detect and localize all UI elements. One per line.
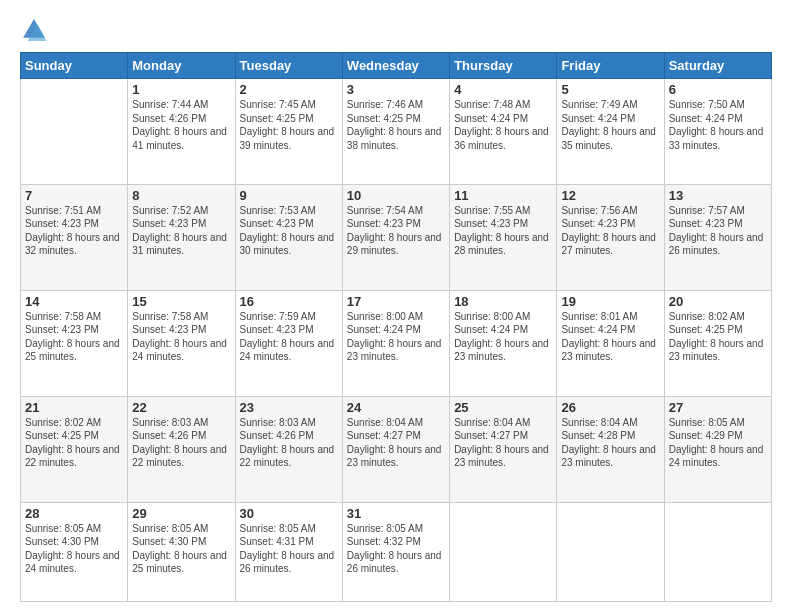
calendar-cell: 14Sunrise: 7:58 AMSunset: 4:23 PMDayligh… bbox=[21, 290, 128, 396]
cell-day-number: 7 bbox=[25, 188, 123, 203]
cell-day-number: 29 bbox=[132, 506, 230, 521]
cell-info: Sunrise: 8:02 AMSunset: 4:25 PMDaylight:… bbox=[25, 416, 123, 470]
cell-info: Sunrise: 7:56 AMSunset: 4:23 PMDaylight:… bbox=[561, 204, 659, 258]
cell-info: Sunrise: 7:57 AMSunset: 4:23 PMDaylight:… bbox=[669, 204, 767, 258]
header bbox=[20, 16, 772, 44]
cell-info: Sunrise: 8:01 AMSunset: 4:24 PMDaylight:… bbox=[561, 310, 659, 364]
calendar-cell: 29Sunrise: 8:05 AMSunset: 4:30 PMDayligh… bbox=[128, 502, 235, 601]
cell-day-number: 13 bbox=[669, 188, 767, 203]
cell-day-number: 25 bbox=[454, 400, 552, 415]
cell-day-number: 28 bbox=[25, 506, 123, 521]
cell-info: Sunrise: 8:05 AMSunset: 4:29 PMDaylight:… bbox=[669, 416, 767, 470]
calendar-cell: 18Sunrise: 8:00 AMSunset: 4:24 PMDayligh… bbox=[450, 290, 557, 396]
cell-info: Sunrise: 7:46 AMSunset: 4:25 PMDaylight:… bbox=[347, 98, 445, 152]
calendar-cell bbox=[557, 502, 664, 601]
calendar-cell: 17Sunrise: 8:00 AMSunset: 4:24 PMDayligh… bbox=[342, 290, 449, 396]
cell-info: Sunrise: 7:52 AMSunset: 4:23 PMDaylight:… bbox=[132, 204, 230, 258]
cell-day-number: 31 bbox=[347, 506, 445, 521]
calendar-table: SundayMondayTuesdayWednesdayThursdayFrid… bbox=[20, 52, 772, 602]
cell-info: Sunrise: 8:00 AMSunset: 4:24 PMDaylight:… bbox=[347, 310, 445, 364]
cell-day-number: 9 bbox=[240, 188, 338, 203]
cell-day-number: 8 bbox=[132, 188, 230, 203]
calendar-cell bbox=[450, 502, 557, 601]
cell-day-number: 21 bbox=[25, 400, 123, 415]
cell-info: Sunrise: 7:51 AMSunset: 4:23 PMDaylight:… bbox=[25, 204, 123, 258]
calendar-cell: 15Sunrise: 7:58 AMSunset: 4:23 PMDayligh… bbox=[128, 290, 235, 396]
cell-day-number: 19 bbox=[561, 294, 659, 309]
cell-info: Sunrise: 8:04 AMSunset: 4:28 PMDaylight:… bbox=[561, 416, 659, 470]
page: SundayMondayTuesdayWednesdayThursdayFrid… bbox=[0, 0, 792, 612]
calendar-cell: 30Sunrise: 8:05 AMSunset: 4:31 PMDayligh… bbox=[235, 502, 342, 601]
calendar-cell: 28Sunrise: 8:05 AMSunset: 4:30 PMDayligh… bbox=[21, 502, 128, 601]
cell-day-number: 26 bbox=[561, 400, 659, 415]
calendar-cell: 4Sunrise: 7:48 AMSunset: 4:24 PMDaylight… bbox=[450, 79, 557, 185]
cell-day-number: 20 bbox=[669, 294, 767, 309]
weekday-monday: Monday bbox=[128, 53, 235, 79]
weekday-friday: Friday bbox=[557, 53, 664, 79]
calendar-cell: 5Sunrise: 7:49 AMSunset: 4:24 PMDaylight… bbox=[557, 79, 664, 185]
cell-day-number: 4 bbox=[454, 82, 552, 97]
logo-icon bbox=[20, 16, 48, 44]
cell-info: Sunrise: 7:58 AMSunset: 4:23 PMDaylight:… bbox=[132, 310, 230, 364]
calendar-cell: 10Sunrise: 7:54 AMSunset: 4:23 PMDayligh… bbox=[342, 184, 449, 290]
calendar-cell: 22Sunrise: 8:03 AMSunset: 4:26 PMDayligh… bbox=[128, 396, 235, 502]
calendar-cell: 20Sunrise: 8:02 AMSunset: 4:25 PMDayligh… bbox=[664, 290, 771, 396]
weekday-thursday: Thursday bbox=[450, 53, 557, 79]
cell-info: Sunrise: 7:54 AMSunset: 4:23 PMDaylight:… bbox=[347, 204, 445, 258]
calendar-row-4: 28Sunrise: 8:05 AMSunset: 4:30 PMDayligh… bbox=[21, 502, 772, 601]
cell-day-number: 14 bbox=[25, 294, 123, 309]
calendar-cell: 16Sunrise: 7:59 AMSunset: 4:23 PMDayligh… bbox=[235, 290, 342, 396]
calendar-cell: 2Sunrise: 7:45 AMSunset: 4:25 PMDaylight… bbox=[235, 79, 342, 185]
cell-info: Sunrise: 8:04 AMSunset: 4:27 PMDaylight:… bbox=[454, 416, 552, 470]
calendar-cell: 1Sunrise: 7:44 AMSunset: 4:26 PMDaylight… bbox=[128, 79, 235, 185]
weekday-header-row: SundayMondayTuesdayWednesdayThursdayFrid… bbox=[21, 53, 772, 79]
calendar-cell bbox=[21, 79, 128, 185]
cell-info: Sunrise: 8:02 AMSunset: 4:25 PMDaylight:… bbox=[669, 310, 767, 364]
cell-day-number: 23 bbox=[240, 400, 338, 415]
cell-day-number: 6 bbox=[669, 82, 767, 97]
calendar-cell: 12Sunrise: 7:56 AMSunset: 4:23 PMDayligh… bbox=[557, 184, 664, 290]
calendar-cell: 21Sunrise: 8:02 AMSunset: 4:25 PMDayligh… bbox=[21, 396, 128, 502]
cell-day-number: 5 bbox=[561, 82, 659, 97]
cell-info: Sunrise: 8:05 AMSunset: 4:31 PMDaylight:… bbox=[240, 522, 338, 576]
logo bbox=[20, 16, 52, 44]
weekday-saturday: Saturday bbox=[664, 53, 771, 79]
calendar-cell: 8Sunrise: 7:52 AMSunset: 4:23 PMDaylight… bbox=[128, 184, 235, 290]
cell-day-number: 22 bbox=[132, 400, 230, 415]
cell-day-number: 2 bbox=[240, 82, 338, 97]
calendar-cell: 23Sunrise: 8:03 AMSunset: 4:26 PMDayligh… bbox=[235, 396, 342, 502]
cell-info: Sunrise: 7:49 AMSunset: 4:24 PMDaylight:… bbox=[561, 98, 659, 152]
cell-info: Sunrise: 8:04 AMSunset: 4:27 PMDaylight:… bbox=[347, 416, 445, 470]
weekday-sunday: Sunday bbox=[21, 53, 128, 79]
calendar-cell bbox=[664, 502, 771, 601]
calendar-cell: 19Sunrise: 8:01 AMSunset: 4:24 PMDayligh… bbox=[557, 290, 664, 396]
cell-info: Sunrise: 7:59 AMSunset: 4:23 PMDaylight:… bbox=[240, 310, 338, 364]
cell-day-number: 10 bbox=[347, 188, 445, 203]
cell-info: Sunrise: 7:58 AMSunset: 4:23 PMDaylight:… bbox=[25, 310, 123, 364]
calendar-cell: 26Sunrise: 8:04 AMSunset: 4:28 PMDayligh… bbox=[557, 396, 664, 502]
calendar-row-2: 14Sunrise: 7:58 AMSunset: 4:23 PMDayligh… bbox=[21, 290, 772, 396]
cell-day-number: 16 bbox=[240, 294, 338, 309]
cell-info: Sunrise: 8:03 AMSunset: 4:26 PMDaylight:… bbox=[132, 416, 230, 470]
cell-info: Sunrise: 8:03 AMSunset: 4:26 PMDaylight:… bbox=[240, 416, 338, 470]
cell-info: Sunrise: 8:05 AMSunset: 4:30 PMDaylight:… bbox=[132, 522, 230, 576]
calendar-cell: 9Sunrise: 7:53 AMSunset: 4:23 PMDaylight… bbox=[235, 184, 342, 290]
cell-day-number: 15 bbox=[132, 294, 230, 309]
cell-info: Sunrise: 7:45 AMSunset: 4:25 PMDaylight:… bbox=[240, 98, 338, 152]
calendar-row-1: 7Sunrise: 7:51 AMSunset: 4:23 PMDaylight… bbox=[21, 184, 772, 290]
calendar-cell: 13Sunrise: 7:57 AMSunset: 4:23 PMDayligh… bbox=[664, 184, 771, 290]
cell-info: Sunrise: 7:55 AMSunset: 4:23 PMDaylight:… bbox=[454, 204, 552, 258]
cell-info: Sunrise: 7:53 AMSunset: 4:23 PMDaylight:… bbox=[240, 204, 338, 258]
cell-day-number: 3 bbox=[347, 82, 445, 97]
calendar-cell: 6Sunrise: 7:50 AMSunset: 4:24 PMDaylight… bbox=[664, 79, 771, 185]
cell-info: Sunrise: 8:05 AMSunset: 4:32 PMDaylight:… bbox=[347, 522, 445, 576]
cell-day-number: 30 bbox=[240, 506, 338, 521]
cell-info: Sunrise: 7:50 AMSunset: 4:24 PMDaylight:… bbox=[669, 98, 767, 152]
calendar-cell: 3Sunrise: 7:46 AMSunset: 4:25 PMDaylight… bbox=[342, 79, 449, 185]
cell-day-number: 18 bbox=[454, 294, 552, 309]
cell-day-number: 24 bbox=[347, 400, 445, 415]
calendar-cell: 31Sunrise: 8:05 AMSunset: 4:32 PMDayligh… bbox=[342, 502, 449, 601]
cell-info: Sunrise: 8:00 AMSunset: 4:24 PMDaylight:… bbox=[454, 310, 552, 364]
cell-day-number: 12 bbox=[561, 188, 659, 203]
calendar-cell: 7Sunrise: 7:51 AMSunset: 4:23 PMDaylight… bbox=[21, 184, 128, 290]
